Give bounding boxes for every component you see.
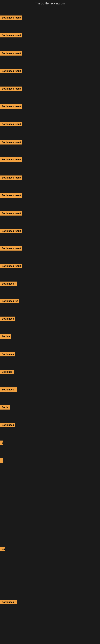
bottleneck-label: Bottleneck r xyxy=(0,282,17,286)
bottleneck-item: Bottleneck result xyxy=(0,176,22,181)
bottleneck-item: Bottleneck xyxy=(0,316,15,322)
bottleneck-label: Bottleneck result xyxy=(0,86,22,91)
bottleneck-label: Bottleneck result xyxy=(0,193,22,198)
bottleneck-item: Bottleneck xyxy=(0,352,15,357)
bottleneck-label: Bottlenec xyxy=(0,370,14,374)
bottleneck-label: Bottleneck result xyxy=(0,51,22,56)
bottleneck-label: Bottleneck result xyxy=(0,246,22,250)
bottleneck-item: Bottle xyxy=(0,405,10,410)
site-title: TheBottlenecker.com xyxy=(0,0,100,7)
bottleneck-label: Bo xyxy=(0,547,5,551)
bottleneck-item: Bottleneck result xyxy=(0,140,22,145)
bottleneck-item: Bottleneck r xyxy=(0,600,17,605)
bottleneck-item: Bottlen xyxy=(0,334,11,340)
bottleneck-item: Bottleneck r xyxy=(0,388,17,393)
bottleneck-label: Bottleneck result xyxy=(0,264,22,268)
bottleneck-label: Bottleneck result xyxy=(0,140,22,144)
bottleneck-item: Bottleneck result xyxy=(0,193,22,198)
bottleneck-label: Bottleneck xyxy=(0,316,15,321)
bottleneck-item: Bottleneck result xyxy=(0,69,22,74)
bottleneck-label: Bottleneck result xyxy=(0,104,22,109)
bottleneck-item: Bottleneck result xyxy=(0,158,22,162)
bottleneck-item: Bottleneck result xyxy=(0,229,22,234)
bottleneck-label: Bottleneck result xyxy=(0,33,22,38)
bottleneck-label: Bottleneck result xyxy=(0,176,22,180)
bottleneck-label: Bottleneck result xyxy=(0,158,22,162)
bottleneck-item: | xyxy=(0,458,3,464)
bottleneck-label: B xyxy=(0,440,3,445)
bottleneck-label: Bottleneck xyxy=(0,352,15,356)
bottleneck-label: | xyxy=(0,458,3,463)
bottleneck-item: Bottleneck result xyxy=(0,51,22,56)
bottleneck-label: Bottleneck r xyxy=(0,600,17,604)
bottleneck-item: Bottleneck result xyxy=(0,246,22,251)
bottleneck-label: Bottleneck res xyxy=(0,299,19,303)
bottleneck-container: Bottleneck resultBottleneck resultBottle… xyxy=(0,7,100,644)
bottleneck-label: Bottleneck result xyxy=(0,16,22,20)
bottleneck-item: Bottleneck result xyxy=(0,16,22,21)
bottleneck-label: Bottleneck result xyxy=(0,122,22,126)
bottleneck-label: Bottleneck result xyxy=(0,211,22,216)
bottleneck-item: Bottleneck res xyxy=(0,299,19,304)
bottleneck-item: Bo xyxy=(0,547,5,552)
bottleneck-item: Bottleneck result xyxy=(0,122,22,127)
bottleneck-label: Bottle xyxy=(0,405,10,410)
bottleneck-label: Bottlen xyxy=(0,334,11,339)
bottleneck-item: Bottleneck result xyxy=(0,33,22,38)
bottleneck-item: Bottleneck result xyxy=(0,104,22,110)
bottleneck-item: Bottleneck result xyxy=(0,264,22,269)
bottleneck-item: Bottleneck xyxy=(0,423,15,428)
bottleneck-item: B xyxy=(0,440,3,446)
bottleneck-item: Bottleneck result xyxy=(0,86,22,92)
bottleneck-label: Bottleneck result xyxy=(0,229,22,233)
bottleneck-item: Bottleneck result xyxy=(0,211,22,216)
bottleneck-item: Bottlenec xyxy=(0,370,14,375)
bottleneck-item: Bottleneck r xyxy=(0,282,17,287)
bottleneck-label: Bottleneck r xyxy=(0,388,17,392)
bottleneck-label: Bottleneck result xyxy=(0,69,22,73)
bottleneck-label: Bottleneck xyxy=(0,423,15,427)
